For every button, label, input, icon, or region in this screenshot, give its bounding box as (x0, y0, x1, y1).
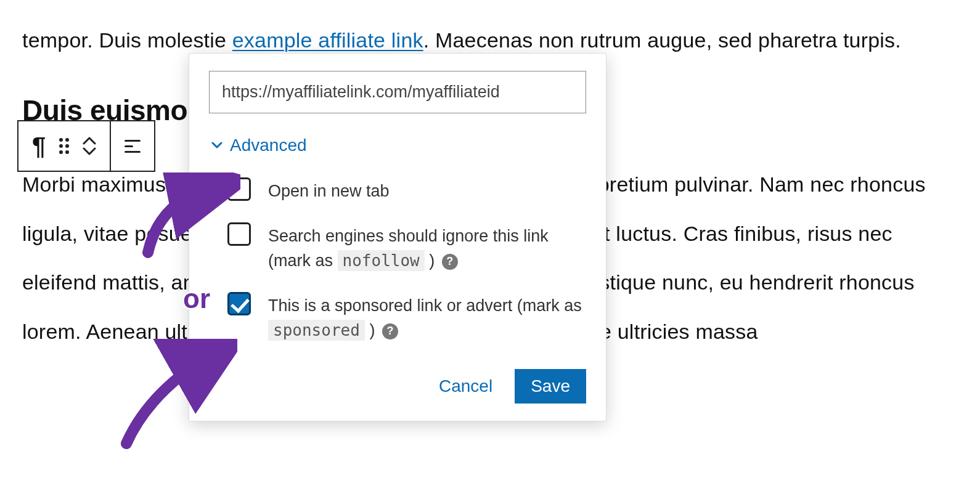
block-toolbar: ¶ (17, 120, 155, 172)
text-run: ) (425, 251, 435, 270)
text-run: tempor. Duis molestie (22, 28, 232, 52)
option-label: This is a sponsored link or advert (mark… (268, 292, 586, 343)
option-sponsored[interactable]: This is a sponsored link or advert (mark… (209, 285, 586, 354)
option-label: Open in new tab (268, 177, 586, 204)
save-button[interactable]: Save (515, 369, 586, 404)
option-nofollow[interactable]: Search engines should ignore this link (… (209, 215, 586, 285)
affiliate-link[interactable]: example affiliate link (232, 28, 423, 52)
annotation-arrow-bottom (114, 339, 237, 450)
chevron-down-icon (211, 142, 223, 149)
code-sponsored: sponsored (268, 320, 365, 341)
option-label: Search engines should ignore this link (… (268, 222, 586, 274)
annotation-arrow-top (136, 172, 240, 265)
checkbox-sponsored[interactable] (227, 292, 251, 315)
align-icon[interactable] (125, 140, 141, 153)
text-run: ) (365, 321, 375, 339)
advanced-label: Advanced (230, 136, 307, 155)
text-run: . Maecenas non rutrum augue, sed pharetr… (423, 28, 901, 52)
link-url-input[interactable] (209, 71, 586, 113)
cancel-button[interactable]: Cancel (439, 376, 492, 396)
annotation-or-label: or (183, 283, 210, 314)
code-nofollow: nofollow (338, 250, 425, 271)
advanced-toggle[interactable]: Advanced (211, 136, 307, 155)
option-open-new-tab[interactable]: Open in new tab (209, 170, 586, 215)
paragraph-block-icon[interactable]: ¶ (32, 134, 46, 158)
help-icon[interactable]: ? (442, 254, 458, 270)
move-updown-control[interactable] (83, 136, 96, 156)
drag-handle-icon[interactable] (59, 138, 69, 154)
popover-footer: Cancel Save (189, 354, 606, 410)
help-icon[interactable]: ? (382, 323, 398, 339)
link-settings-popover: Advanced Open in new tab Search engines … (189, 53, 606, 421)
text-run: This is a sponsored link or advert (mark… (268, 296, 582, 315)
